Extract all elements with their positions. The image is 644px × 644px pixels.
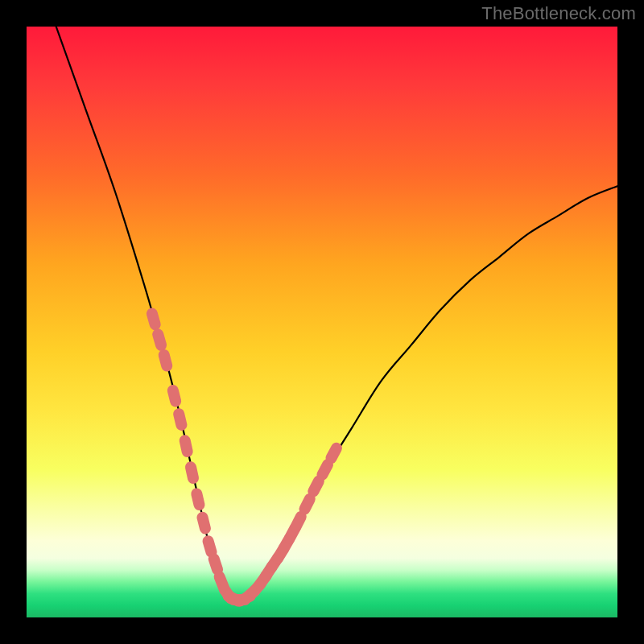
- bottleneck-curve: [56, 27, 617, 601]
- watermark-text: TheBottleneck.com: [481, 3, 636, 24]
- marker-point: [191, 467, 193, 478]
- marker-point: [331, 448, 336, 458]
- chart-frame: TheBottleneck.com: [0, 0, 644, 644]
- curve-svg: [27, 27, 617, 617]
- marker-point: [203, 518, 205, 529]
- marker-point: [313, 481, 319, 492]
- marker-point: [305, 499, 310, 510]
- marker-point: [164, 355, 167, 366]
- plot-area: [27, 27, 617, 617]
- marker-point: [173, 390, 175, 402]
- marker-point: [322, 464, 328, 474]
- marker-point: [214, 559, 217, 569]
- marker-point: [179, 414, 181, 425]
- marker-point: [158, 334, 161, 345]
- marker-point: [208, 541, 212, 552]
- marker-point: [196, 493, 199, 505]
- highlight-markers: [152, 314, 336, 601]
- marker-point: [185, 440, 188, 452]
- marker-point: [296, 517, 301, 526]
- marker-point: [152, 314, 155, 325]
